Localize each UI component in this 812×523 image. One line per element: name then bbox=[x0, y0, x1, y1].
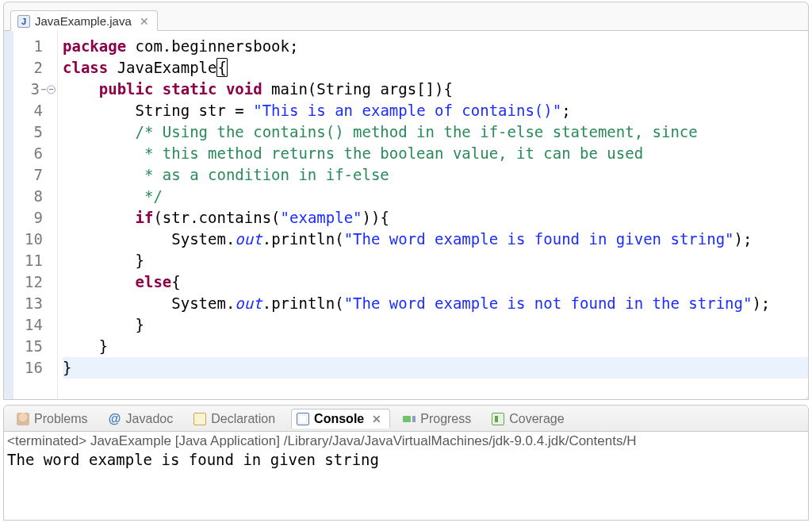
editor-tab-filename: JavaExample.java bbox=[35, 14, 132, 28]
console-output[interactable]: The word example is found in given strin… bbox=[7, 449, 805, 468]
code-area[interactable]: package com.beginnersbook; class JavaExa… bbox=[58, 31, 808, 399]
tab-label: Problems bbox=[34, 412, 88, 426]
java-file-icon: J bbox=[17, 15, 30, 28]
line-number: 16 bbox=[4, 357, 57, 379]
fold-toggle-icon[interactable] bbox=[47, 85, 56, 94]
declaration-icon bbox=[193, 413, 206, 425]
console-status: <terminated> JavaExample [Java Applicati… bbox=[7, 433, 805, 449]
editor-tab[interactable]: J JavaExample.java ✕ bbox=[10, 10, 158, 31]
progress-icon bbox=[403, 413, 416, 425]
editor-pane: J JavaExample.java ✕ 1 2 3 4 5 6 7 8 9 1… bbox=[3, 2, 809, 400]
line-number: 11 bbox=[4, 250, 57, 271]
tab-coverage[interactable]: Coverage bbox=[487, 410, 572, 428]
line-number: 4 bbox=[4, 100, 57, 121]
line-number: 1 bbox=[4, 36, 57, 57]
coverage-icon bbox=[492, 413, 504, 425]
line-number: 6 bbox=[4, 143, 57, 164]
bottom-tabbar: Problems @Javadoc Declaration Console✕ P… bbox=[4, 406, 808, 432]
tab-label: Console bbox=[314, 412, 364, 426]
editor-body: 1 2 3 4 5 6 7 8 9 10 11 12 13 14 15 16 p… bbox=[4, 31, 808, 399]
line-number: 8 bbox=[4, 186, 57, 207]
tab-declaration[interactable]: Declaration bbox=[189, 410, 283, 428]
line-number: 3 bbox=[4, 79, 57, 100]
cursor-position: { bbox=[216, 58, 227, 77]
line-number: 14 bbox=[4, 314, 57, 336]
tab-progress[interactable]: Progress bbox=[398, 410, 479, 428]
line-number: 7 bbox=[4, 164, 57, 186]
tab-console[interactable]: Console✕ bbox=[291, 409, 390, 429]
line-number: 5 bbox=[4, 121, 57, 143]
console-body: <terminated> JavaExample [Java Applicati… bbox=[4, 432, 808, 520]
tab-label: Progress bbox=[420, 412, 471, 426]
close-icon[interactable]: ✕ bbox=[372, 413, 381, 425]
tab-javadoc[interactable]: @Javadoc bbox=[104, 410, 182, 428]
line-number-gutter[interactable]: 1 2 3 4 5 6 7 8 9 10 11 12 13 14 15 16 bbox=[4, 31, 58, 399]
line-number: 12 bbox=[4, 271, 57, 293]
line-number: 2 bbox=[4, 57, 57, 79]
tab-problems[interactable]: Problems bbox=[12, 410, 96, 428]
line-number: 15 bbox=[4, 336, 57, 357]
close-icon[interactable]: ✕ bbox=[140, 15, 149, 28]
bottom-pane: Problems @Javadoc Declaration Console✕ P… bbox=[3, 405, 809, 521]
problems-icon bbox=[17, 413, 29, 425]
line-number: 13 bbox=[4, 293, 57, 314]
line-number: 10 bbox=[4, 229, 57, 250]
editor-tabbar: J JavaExample.java ✕ bbox=[4, 2, 808, 31]
line-number: 9 bbox=[4, 207, 57, 229]
tab-label: Declaration bbox=[211, 412, 275, 426]
tab-label: Coverage bbox=[509, 412, 564, 426]
at-icon: @ bbox=[109, 413, 121, 425]
tab-label: Javadoc bbox=[126, 412, 174, 426]
console-icon bbox=[297, 413, 309, 425]
